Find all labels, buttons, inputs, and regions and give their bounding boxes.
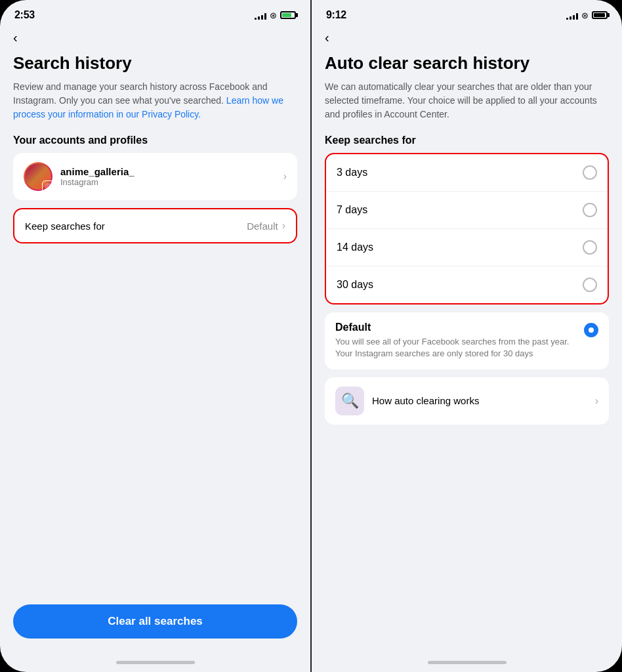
- radio-dot: [589, 327, 594, 333]
- account-chevron: ›: [283, 171, 287, 182]
- status-bar-left: 2:53 ⊛: [0, 0, 310, 25]
- radio-default[interactable]: [584, 323, 598, 337]
- instagram-badge: Ⓒ: [42, 180, 52, 191]
- status-bar-right: 9:12 ⊛: [312, 0, 622, 25]
- page-subtitle-right: We can automatically clear your searches…: [325, 80, 609, 121]
- info-chevron: ›: [595, 395, 598, 407]
- back-chevron-right: ‹: [325, 30, 329, 45]
- time-right: 9:12: [326, 9, 346, 21]
- radio-7days[interactable]: [583, 203, 597, 217]
- battery-icon: [280, 11, 296, 19]
- option-label-3days: 3 days: [337, 167, 583, 178]
- search-magnifier-icon: 🔍: [341, 392, 359, 410]
- home-indicator-left: [116, 661, 195, 664]
- page-subtitle-left: Review and manage your search history ac…: [13, 80, 297, 121]
- option-3days[interactable]: 3 days: [326, 154, 608, 192]
- default-info: Default You will see all of your Faceboo…: [335, 322, 576, 360]
- keep-searches-chevron: ›: [282, 220, 285, 232]
- status-icons-right: ⊛: [566, 10, 608, 20]
- option-30days[interactable]: 30 days: [326, 266, 608, 303]
- section-label-left: Your accounts and profiles: [13, 135, 297, 146]
- keep-searches-row[interactable]: Keep searches for Default ›: [14, 209, 296, 242]
- default-row: Default You will see all of your Faceboo…: [335, 322, 598, 360]
- clear-all-button[interactable]: Clear all searches: [13, 604, 297, 639]
- avatar: Ⓒ: [24, 162, 52, 191]
- right-screen-content: ‹ Auto clear search history We can autom…: [312, 25, 622, 657]
- account-info: anime_galleria_ Instagram: [60, 166, 283, 187]
- home-indicator-right: [428, 661, 507, 664]
- radio-3days[interactable]: [583, 165, 597, 180]
- options-card: 3 days 7 days 14 days 30 days: [325, 153, 609, 304]
- left-phone: 2:53 ⊛ ‹ Search history Review and manag…: [0, 0, 310, 672]
- radio-14days[interactable]: [583, 240, 597, 255]
- default-card[interactable]: Default You will see all of your Faceboo…: [325, 312, 609, 369]
- account-name: anime_galleria_: [60, 166, 283, 177]
- section-label-right: Keep searches for: [325, 135, 609, 146]
- info-icon: 🔍: [335, 387, 364, 415]
- page-title-right: Auto clear search history: [325, 53, 609, 74]
- keep-searches-value: Default: [247, 220, 278, 232]
- right-phone: 9:12 ⊛ ‹ Auto clear search history We ca…: [312, 0, 622, 672]
- account-item[interactable]: Ⓒ anime_galleria_ Instagram ›: [13, 153, 297, 200]
- instagram-icon: Ⓒ: [45, 182, 51, 191]
- page-title-left: Search history: [13, 53, 297, 74]
- default-title: Default: [335, 322, 576, 333]
- option-label-14days: 14 days: [337, 242, 583, 253]
- wifi-icon-right: ⊛: [581, 10, 589, 20]
- signal-icon-right: [566, 11, 578, 20]
- signal-icon: [255, 11, 266, 20]
- option-7days[interactable]: 7 days: [326, 192, 608, 229]
- back-button-left[interactable]: ‹: [13, 25, 297, 53]
- time-left: 2:53: [14, 9, 35, 21]
- bottom-area-left: Clear all searches: [13, 594, 297, 657]
- option-label-30days: 30 days: [337, 279, 583, 291]
- account-platform: Instagram: [60, 177, 283, 187]
- default-desc: You will see all of your Facebook search…: [335, 336, 576, 360]
- left-screen-content: ‹ Search history Review and manage your …: [0, 25, 310, 657]
- option-14days[interactable]: 14 days: [326, 229, 608, 266]
- option-label-7days: 7 days: [337, 204, 583, 216]
- account-card: Ⓒ anime_galleria_ Instagram ›: [13, 153, 297, 200]
- keep-searches-card[interactable]: Keep searches for Default ›: [13, 208, 297, 243]
- battery-icon-right: [592, 11, 608, 19]
- status-icons-left: ⊛: [255, 10, 296, 20]
- wifi-icon: ⊛: [270, 10, 277, 20]
- radio-30days[interactable]: [583, 278, 597, 292]
- back-button-right[interactable]: ‹: [325, 25, 609, 53]
- info-card[interactable]: 🔍 How auto clearing works ›: [325, 377, 609, 425]
- info-label: How auto clearing works: [372, 395, 595, 406]
- back-chevron-left: ‹: [13, 30, 18, 45]
- keep-searches-label: Keep searches for: [25, 220, 247, 232]
